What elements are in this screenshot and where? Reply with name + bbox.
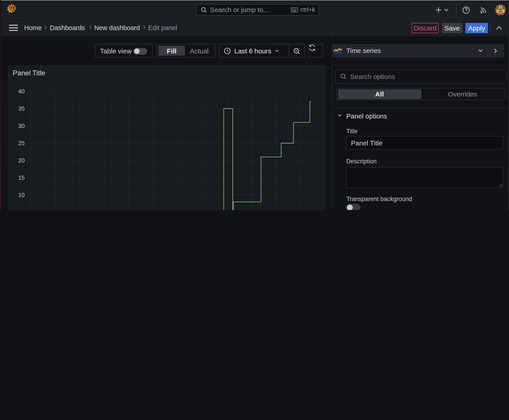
svg-text:15: 15 (18, 174, 24, 181)
svg-text:40: 40 (18, 88, 24, 94)
svg-text:10: 10 (18, 191, 24, 198)
svg-text:5: 5 (21, 209, 24, 210)
svg-text:25: 25 (18, 140, 24, 146)
svg-text:20: 20 (18, 157, 24, 164)
svg-text:30: 30 (18, 122, 24, 129)
svg-text:35: 35 (18, 105, 24, 112)
